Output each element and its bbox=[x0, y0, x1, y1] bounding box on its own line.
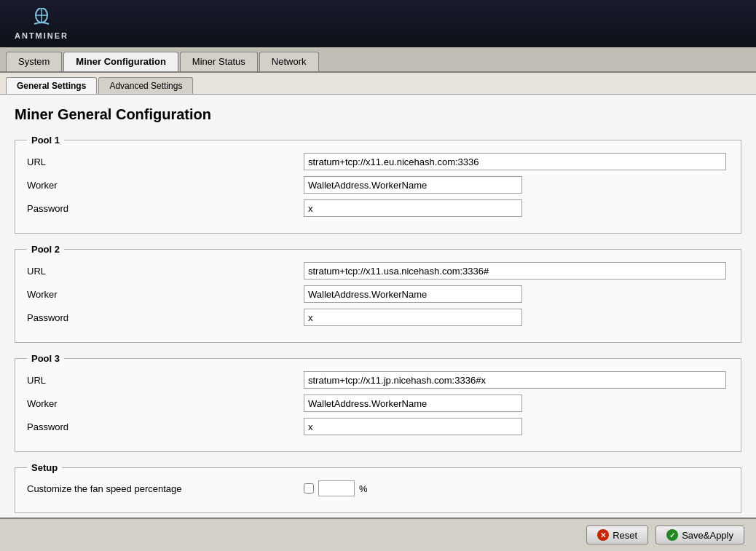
reset-button[interactable]: ✕ Reset bbox=[586, 526, 648, 544]
tab-system[interactable]: System bbox=[6, 52, 62, 71]
fan-speed-input[interactable] bbox=[318, 480, 355, 496]
bottom-bar: ✕ Reset ✓ Save&Apply bbox=[0, 518, 756, 551]
setup-legend: Setup bbox=[27, 462, 62, 473]
fan-percent-symbol: % bbox=[359, 483, 368, 494]
page-content: Miner General Configuration Pool 1 URL W… bbox=[0, 95, 756, 517]
tab-network[interactable]: Network bbox=[259, 52, 319, 71]
pool-1-password-input[interactable] bbox=[304, 199, 522, 217]
content-area: General Settings Advanced Settings Miner… bbox=[0, 73, 756, 551]
pool-3-password-label: Password bbox=[27, 421, 304, 432]
pool-2-password-row: Password bbox=[27, 309, 729, 326]
save-icon: ✓ bbox=[666, 529, 678, 541]
subtab-advanced-settings[interactable]: Advanced Settings bbox=[98, 77, 193, 94]
pool-3-url-row: URL bbox=[27, 371, 729, 389]
pool-3-worker-label: Worker bbox=[27, 398, 304, 409]
pool-2-url-input[interactable] bbox=[304, 262, 726, 280]
pool-2-worker-label: Worker bbox=[27, 289, 304, 300]
pool-3-url-label: URL bbox=[27, 375, 304, 386]
logo-area: ANTMINER bbox=[15, 8, 68, 40]
save-apply-button[interactable]: ✓ Save&Apply bbox=[655, 526, 744, 544]
reset-icon: ✕ bbox=[597, 529, 609, 541]
pool-3-worker-input[interactable] bbox=[304, 395, 522, 412]
pool-3-worker-row: Worker bbox=[27, 395, 729, 412]
pool-1-url-label: URL bbox=[27, 156, 304, 167]
pool-2-worker-input[interactable] bbox=[304, 285, 522, 303]
setup-group: Setup Customize the fan speed percentage… bbox=[15, 462, 741, 513]
fan-speed-checkbox[interactable] bbox=[304, 483, 314, 493]
subtab-general-settings[interactable]: General Settings bbox=[6, 77, 97, 94]
pool-1-worker-label: Worker bbox=[27, 180, 304, 191]
fan-speed-label: Customize the fan speed percentage bbox=[27, 483, 304, 494]
pool-3-group: Pool 3 URL Worker Password bbox=[15, 353, 741, 452]
nav-tabs: System Miner Configuration Miner Status … bbox=[0, 47, 756, 73]
pool-1-password-row: Password bbox=[27, 199, 729, 217]
antminer-logo-icon bbox=[27, 8, 56, 30]
pool-1-url-row: URL bbox=[27, 153, 729, 170]
pool-2-legend: Pool 2 bbox=[27, 244, 64, 255]
pool-2-url-row: URL bbox=[27, 262, 729, 280]
fan-speed-row: Customize the fan speed percentage % bbox=[27, 480, 729, 496]
pool-2-password-input[interactable] bbox=[304, 309, 522, 326]
brand-text: ANTMINER bbox=[15, 31, 68, 40]
pool-2-url-label: URL bbox=[27, 266, 304, 277]
pool-1-url-input[interactable] bbox=[304, 153, 726, 170]
tab-miner-status[interactable]: Miner Status bbox=[180, 52, 258, 71]
pool-2-worker-row: Worker bbox=[27, 285, 729, 303]
pool-3-password-input[interactable] bbox=[304, 418, 522, 435]
header: ANTMINER bbox=[0, 0, 756, 47]
pool-2-password-label: Password bbox=[27, 312, 304, 323]
pool-3-legend: Pool 3 bbox=[27, 353, 64, 364]
pool-1-worker-input[interactable] bbox=[304, 176, 522, 194]
pool-1-worker-row: Worker bbox=[27, 176, 729, 194]
tab-miner-configuration[interactable]: Miner Configuration bbox=[63, 52, 178, 71]
sub-tabs: General Settings Advanced Settings bbox=[0, 73, 756, 95]
save-label: Save&Apply bbox=[682, 530, 733, 541]
pool-3-url-input[interactable] bbox=[304, 371, 726, 389]
reset-label: Reset bbox=[613, 530, 637, 541]
pool-1-legend: Pool 1 bbox=[27, 135, 64, 146]
pool-1-password-label: Password bbox=[27, 203, 304, 214]
pool-1-group: Pool 1 URL Worker Password bbox=[15, 135, 741, 234]
fan-speed-controls: % bbox=[304, 480, 368, 496]
page-title: Miner General Configuration bbox=[15, 106, 741, 123]
pool-2-group: Pool 2 URL Worker Password bbox=[15, 244, 741, 343]
pool-3-password-row: Password bbox=[27, 418, 729, 435]
